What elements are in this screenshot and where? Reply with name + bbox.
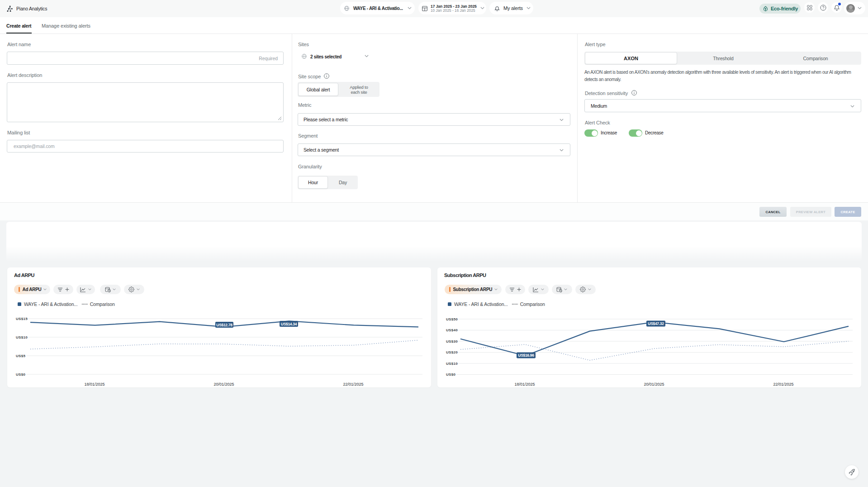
- svg-text:US$30: US$30: [446, 339, 458, 344]
- svg-text:US$15: US$15: [16, 317, 28, 321]
- svg-text:US$0: US$0: [446, 372, 455, 377]
- svg-text:US$12.78: US$12.78: [216, 323, 232, 327]
- svg-text:US$10: US$10: [446, 362, 458, 366]
- svg-text:18/01/2025: 18/01/2025: [84, 382, 104, 387]
- svg-text:US$16.96: US$16.96: [518, 353, 534, 358]
- svg-text:20/01/2025: 20/01/2025: [644, 382, 664, 387]
- svg-text:US$20: US$20: [446, 350, 458, 354]
- svg-text:20/01/2025: 20/01/2025: [213, 382, 234, 387]
- svg-text:US$14.34: US$14.34: [281, 322, 297, 326]
- svg-text:22/01/2025: 22/01/2025: [773, 382, 793, 387]
- svg-text:18/01/2025: 18/01/2025: [514, 382, 535, 387]
- svg-text:22/01/2025: 22/01/2025: [343, 382, 363, 387]
- svg-text:US$10: US$10: [16, 335, 28, 339]
- svg-text:US$40: US$40: [446, 328, 458, 332]
- svg-text:US$0: US$0: [16, 372, 25, 377]
- svg-text:US$50: US$50: [446, 317, 458, 321]
- svg-text:US$5: US$5: [16, 354, 25, 358]
- svg-text:US$47.32: US$47.32: [648, 321, 664, 326]
